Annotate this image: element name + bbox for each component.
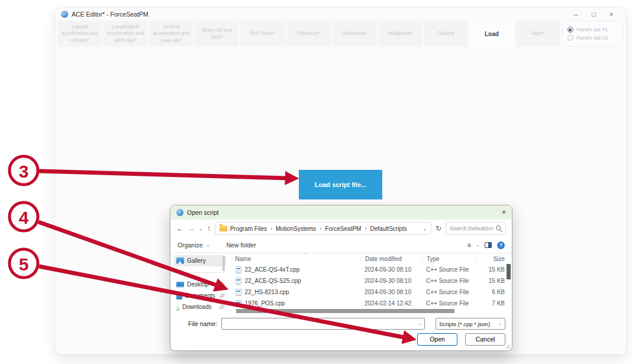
- file-name: 22_ACE-QS-4xT.cpp: [245, 266, 300, 273]
- file-type: C++ Source File: [422, 278, 476, 284]
- tab-load[interactable]: Load: [469, 21, 514, 47]
- param-set-1-label: Param set #1: [576, 27, 608, 33]
- downloads-icon: ↓: [176, 304, 179, 311]
- breadcrumb[interactable]: Program Files › MotionSystems › ForceSea…: [215, 222, 431, 235]
- organize-button[interactable]: Organize: [178, 241, 203, 249]
- sort-ascending-icon: ˆ: [305, 252, 307, 258]
- up-icon[interactable]: ↑: [207, 224, 211, 233]
- tab-multiplexer[interactable]: Multiplexer: [378, 21, 423, 47]
- dialog-buttons: Open Cancel: [170, 331, 512, 350]
- dialog-toolbar: Organize ⌄ New folder ≡ ⌄ ?: [170, 237, 512, 253]
- param-set-2-option[interactable]: Param set #2: [567, 35, 618, 41]
- file-type: C++ Source File: [422, 300, 476, 307]
- file-list-horizontal-scrollbar[interactable]: [236, 309, 454, 313]
- preview-pane-icon[interactable]: [485, 242, 492, 248]
- tab-enhancer[interactable]: Enhancer*: [286, 21, 331, 47]
- file-row[interactable]: 22_HS-8213.cpp 2024-09-30 08:10 C++ Sour…: [236, 286, 512, 298]
- window-title: ACE Editor* - ForceSeatPM: [72, 11, 149, 18]
- search-box[interactable]: [446, 222, 506, 235]
- load-script-file-button[interactable]: Load script file...: [299, 170, 382, 199]
- tab-lateral-accel-roll[interactable]: Lateral acceleration and roll rate*: [57, 21, 102, 47]
- tab-body-roll-pitch[interactable]: Body roll and pitch*: [195, 21, 239, 47]
- forward-icon[interactable]: →: [188, 224, 195, 233]
- sidebar-item-label: Downloads: [182, 304, 211, 310]
- file-type-filter-dropdown[interactable]: Scripts (*.cpp *.json) ⌄: [436, 318, 505, 330]
- file-row[interactable]: 1976_POS.cpp 2024-02-14 12:42 C++ Source…: [236, 298, 512, 309]
- tab-understeer[interactable]: Understeer: [332, 21, 376, 47]
- search-icon: [496, 226, 502, 231]
- close-button[interactable]: ×: [602, 11, 620, 18]
- open-script-dialog: Open script × ← → ⌄ ↑ Program Files › Mo…: [170, 205, 512, 351]
- help-icon[interactable]: ?: [497, 241, 505, 249]
- dialog-title: Open script: [187, 209, 219, 216]
- file-name-row: File name: ⌄ Scripts (*.cpp *.json) ⌄: [170, 316, 512, 331]
- callout-circle-4: [9, 202, 38, 231]
- tab-save[interactable]: Save*: [515, 21, 560, 47]
- tab-vertical-accel-yaw[interactable]: Vertical acceleration and yaw rate*: [149, 21, 194, 47]
- app-icon: [61, 11, 68, 18]
- breadcrumb-segment[interactable]: Program Files: [230, 226, 267, 232]
- view-mode-caret-icon[interactable]: ⌄: [476, 243, 479, 247]
- sidebar-item-documents[interactable]: Documents: [174, 290, 226, 301]
- file-name: 22_ACE-QS-S25.cpp: [245, 278, 301, 284]
- sidebar-item-downloads[interactable]: ↓ Downloads: [174, 301, 226, 313]
- file-row[interactable]: 22_ACE-QS-4xT.cpp 2024-09-30 08:10 C++ S…: [236, 264, 512, 275]
- tab-longitudinal-accel-pitch[interactable]: Longitudinal acceleration and pitch rate…: [103, 21, 147, 47]
- folder-icon: [220, 226, 227, 231]
- dialog-close-button[interactable]: ×: [491, 208, 506, 217]
- open-button[interactable]: Open: [417, 333, 457, 346]
- file-size: 7 KB: [476, 300, 512, 307]
- organize-caret-icon: ⌄: [207, 243, 210, 247]
- column-header-type[interactable]: Type: [422, 256, 476, 262]
- breadcrumb-segment[interactable]: ForceSeatPM: [325, 226, 361, 232]
- cancel-button[interactable]: Cancel: [465, 333, 505, 346]
- radio-param-set-2[interactable]: [567, 35, 573, 41]
- column-header-size[interactable]: Size: [476, 256, 512, 262]
- sidebar-item-label: Documents: [185, 292, 215, 299]
- file-date: 2024-02-14 12:42: [360, 300, 422, 307]
- recent-locations-icon[interactable]: ⌄: [199, 226, 203, 231]
- sidebar-item-desktop[interactable]: Desktop: [174, 279, 226, 290]
- dialog-resize-grip[interactable]: [505, 344, 510, 349]
- breadcrumb-segment[interactable]: DefaultScripts: [370, 226, 407, 232]
- file-row[interactable]: 22_ACE-QS-S25.cpp 2024-09-30 08:10 C++ S…: [236, 275, 512, 286]
- column-header-date-modified[interactable]: Date modified: [360, 256, 422, 262]
- breadcrumb-separator-icon: ›: [319, 226, 322, 231]
- tab-options[interactable]: Options: [424, 21, 468, 47]
- file-name-field[interactable]: ⌄: [221, 318, 425, 330]
- callout-number-4: 4: [19, 208, 29, 227]
- breadcrumb-segment[interactable]: MotionSystems: [276, 226, 316, 232]
- cpp-file-icon: [236, 289, 241, 296]
- toolbar-right-icons: ≡ ⌄ ?: [467, 241, 505, 249]
- sidebar-item-gallery[interactable]: Gallery: [174, 255, 226, 266]
- param-set-1-option[interactable]: Param set #1: [567, 27, 618, 33]
- file-type: C++ Source File: [422, 266, 476, 273]
- callout-circle-3: [9, 156, 38, 185]
- cpp-file-icon: [236, 300, 241, 307]
- new-folder-button[interactable]: New folder: [226, 241, 256, 249]
- file-name-input[interactable]: [225, 321, 418, 327]
- file-type: C++ Source File: [422, 289, 476, 295]
- column-header-name[interactable]: Name: [236, 256, 360, 262]
- tab-dof-mixer[interactable]: DoF mixer*: [240, 21, 285, 47]
- breadcrumb-separator-icon: ›: [270, 226, 273, 231]
- param-set-2-label: Param set #2: [576, 35, 608, 41]
- search-input[interactable]: [450, 226, 494, 231]
- address-dropdown-icon[interactable]: ⌄: [423, 226, 427, 231]
- maximize-button[interactable]: □: [585, 11, 602, 18]
- file-list-vertical-scrollbar[interactable]: [507, 264, 511, 279]
- radio-param-set-1[interactable]: [567, 27, 573, 33]
- file-name: 22_HS-8213.cpp: [245, 289, 289, 295]
- address-bar: ← → ⌄ ↑ Program Files › MotionSystems › …: [170, 220, 512, 237]
- file-name-dropdown-icon[interactable]: ⌄: [418, 321, 421, 326]
- file-size: 6 KB: [476, 289, 512, 295]
- sidebar-scrollbar[interactable]: [223, 256, 225, 271]
- pin-icon: [218, 282, 224, 287]
- file-date: 2024-09-30 08:10: [360, 278, 422, 284]
- file-name: 1976_POS.cpp: [245, 300, 285, 307]
- minimize-button[interactable]: –: [567, 11, 585, 18]
- view-mode-icon[interactable]: ≡: [467, 241, 470, 249]
- sidebar-item-label: Desktop: [187, 281, 209, 288]
- refresh-icon[interactable]: ↻: [436, 224, 441, 233]
- back-icon[interactable]: ←: [176, 224, 183, 233]
